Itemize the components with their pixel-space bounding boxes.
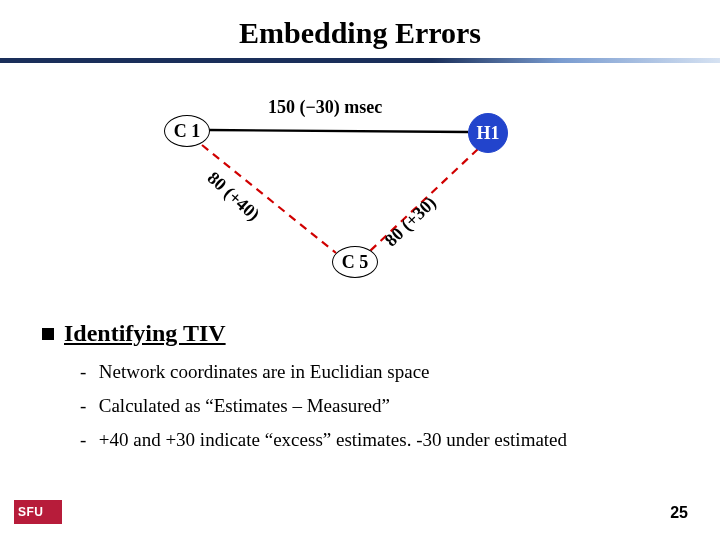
svg-line-0 xyxy=(208,130,468,132)
square-bullet-icon xyxy=(42,328,54,340)
node-h1: H1 xyxy=(468,113,508,153)
node-c5: C 5 xyxy=(332,246,378,278)
diagram: C 1 H1 C 5 150 (−30) msec 80 (+40) 80 (+… xyxy=(160,83,560,283)
page-number: 25 xyxy=(670,504,688,522)
list-item-text: +40 and +30 indicate “excess” estimates.… xyxy=(99,429,567,450)
node-c1: C 1 xyxy=(164,115,210,147)
list-item: - +40 and +30 indicate “excess” estimate… xyxy=(80,429,682,451)
section-heading: Identifying TIV xyxy=(42,320,682,347)
sub-list: - Network coordinates are in Euclidian s… xyxy=(80,361,682,451)
content-block: Identifying TIV - Network coordinates ar… xyxy=(42,320,682,463)
footer-logo: SFU xyxy=(14,500,62,524)
slide-title: Embedding Errors xyxy=(0,0,720,58)
list-item: - Network coordinates are in Euclidian s… xyxy=(80,361,682,383)
list-item-text: Network coordinates are in Euclidian spa… xyxy=(99,361,430,382)
title-underline xyxy=(0,58,720,63)
edge-label-c1-h1: 150 (−30) msec xyxy=(268,97,382,118)
list-item: - Calculated as “Estimates – Measured” xyxy=(80,395,682,417)
list-item-text: Calculated as “Estimates – Measured” xyxy=(99,395,390,416)
section-heading-text: Identifying TIV xyxy=(64,320,226,346)
